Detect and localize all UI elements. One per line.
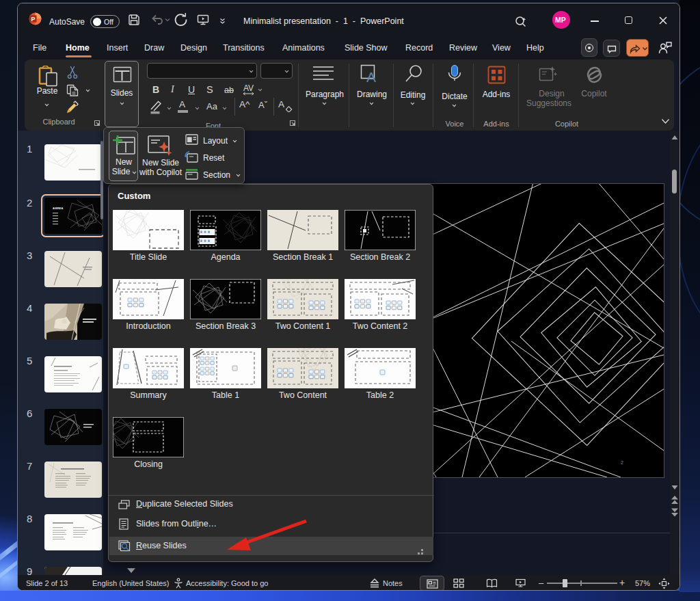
svg-text:A: A bbox=[366, 69, 376, 85]
svg-text:P: P bbox=[31, 16, 35, 23]
svg-text:2: 2 bbox=[621, 460, 623, 465]
svg-text:AGENDA: AGENDA bbox=[53, 207, 64, 210]
